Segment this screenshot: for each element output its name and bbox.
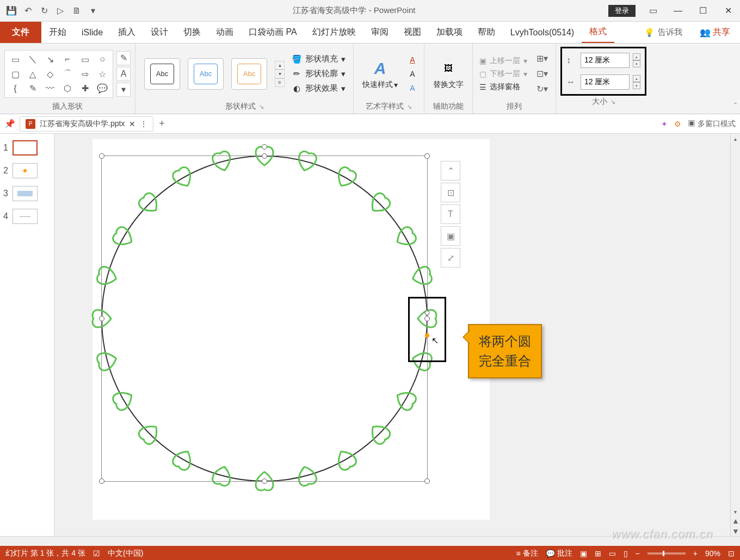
tell-me[interactable]: 💡告诉我 <box>637 22 690 43</box>
launcher-icon[interactable]: ↘ <box>610 98 615 105</box>
width-up-icon[interactable]: ▴ <box>633 75 640 82</box>
sorter-view-icon[interactable]: ⊞ <box>595 549 601 558</box>
launcher-icon[interactable]: ↘ <box>407 103 412 110</box>
tab-lvyh[interactable]: LvyhTools(0514) <box>503 22 582 43</box>
gallery-more-icon[interactable]: ≡ <box>275 78 285 87</box>
group-icon[interactable]: ⊡▾ <box>535 68 549 80</box>
collapse-ribbon-icon[interactable]: ˆ <box>734 102 737 110</box>
start-icon[interactable]: ▷ <box>53 4 67 18</box>
tab-transition[interactable]: 切换 <box>176 22 208 43</box>
shape-freeform-icon[interactable]: ✎ <box>24 82 41 95</box>
multi-window-button[interactable]: ▣ 多窗口模式 <box>688 119 736 129</box>
login-button[interactable]: 登录 <box>608 5 636 17</box>
thumb-2[interactable]: 2 <box>3 163 51 178</box>
width-input[interactable] <box>581 74 630 90</box>
launcher-icon[interactable]: ↘ <box>259 103 264 110</box>
style-gallery[interactable]: Abc Abc Abc <box>140 58 272 90</box>
tab-format[interactable]: 格式 <box>582 22 614 43</box>
rotate-handle[interactable] <box>262 144 267 150</box>
shape-oval-icon[interactable]: ○ <box>94 53 110 66</box>
canvas[interactable]: ⌃ ⊡ T ▣ ⤢ ↖ 将两个圆完全重合 ▴ ▾ ⯅ ⯆ <box>54 134 740 536</box>
shape-outline-button[interactable]: ✏形状轮廓▾ <box>291 69 346 79</box>
selection-pane-button[interactable]: ☰选择窗格 <box>479 82 527 92</box>
shape-rect-icon[interactable]: ▭ <box>77 53 93 66</box>
text-effects-icon[interactable]: A <box>405 82 420 94</box>
qat-more-icon[interactable]: ▾ <box>86 4 100 18</box>
shape-plus-icon[interactable]: ✚ <box>77 82 93 95</box>
tab-slideshow[interactable]: 幻灯片放映 <box>305 22 363 43</box>
minimize-icon[interactable]: — <box>670 3 686 18</box>
thumb-4[interactable]: 4 <box>3 209 51 224</box>
shapes-more-icon[interactable]: ▾ <box>116 83 131 97</box>
shape-arrow-icon[interactable]: ↘ <box>42 53 58 66</box>
bring-forward-button[interactable]: ▣上移一层▾ <box>479 56 527 66</box>
pin-icon[interactable]: 📌 <box>4 119 15 129</box>
spellcheck-icon[interactable]: ☑ <box>93 549 100 558</box>
shape-fill-button[interactable]: 🪣形状填充▾ <box>291 54 346 64</box>
float-center-icon[interactable]: ⊡ <box>441 183 460 202</box>
shape-brace-icon[interactable]: { <box>7 82 23 95</box>
scroll-down-icon[interactable]: ▾ <box>731 507 740 517</box>
undo-icon[interactable]: ↶ <box>21 4 35 18</box>
horizontal-scrollbar[interactable] <box>0 536 740 546</box>
rotate-icon[interactable]: ↻▾ <box>535 83 549 95</box>
gallery-up-icon[interactable]: ▴ <box>275 61 285 70</box>
scroll-up-icon[interactable]: ▴ <box>731 134 740 144</box>
tab-insert[interactable]: 插入 <box>110 22 143 43</box>
language[interactable]: 中文(中国) <box>108 549 143 558</box>
align-icon[interactable]: ⊞▾ <box>535 53 549 65</box>
shape-callout-icon[interactable]: 💬 <box>94 82 110 95</box>
magic-icon[interactable]: ✦ <box>661 120 668 128</box>
shape-diamond-icon[interactable]: ◇ <box>42 67 58 81</box>
tab-help[interactable]: 帮助 <box>470 22 503 43</box>
height-input[interactable] <box>581 53 630 68</box>
normal-view-icon[interactable]: ▣ <box>580 549 587 558</box>
float-layers-icon[interactable]: ▣ <box>441 226 460 246</box>
float-up-icon[interactable]: ⌃ <box>441 161 460 181</box>
redo-icon[interactable]: ↻ <box>37 4 51 18</box>
tab-addin[interactable]: 加载项 <box>429 22 470 43</box>
reading-view-icon[interactable]: ▭ <box>609 549 616 558</box>
style-3[interactable]: Abc <box>231 58 267 90</box>
tab-islide[interactable]: iSlide <box>74 22 110 43</box>
height-down-icon[interactable]: ▾ <box>633 60 640 67</box>
tab-home[interactable]: 开始 <box>41 22 74 43</box>
handle-bl[interactable] <box>99 478 104 484</box>
tab-design[interactable]: 设计 <box>143 22 176 43</box>
text-outline-icon[interactable]: A <box>405 68 420 80</box>
slideshow-view-icon[interactable]: ▯ <box>624 549 628 558</box>
handle-tc[interactable] <box>262 153 267 159</box>
shape-hex-icon[interactable]: ⬡ <box>59 82 76 95</box>
fit-icon[interactable]: ⊡ <box>728 549 735 558</box>
shape-triangle-icon[interactable]: △ <box>24 67 41 81</box>
document-tab[interactable]: P 江苏省海安高级中学.pptx ✕ ⋮ <box>20 116 153 132</box>
new-file-icon[interactable]: 🗎 <box>70 4 84 18</box>
float-expand-icon[interactable]: ⤢ <box>441 248 460 267</box>
handle-tl[interactable] <box>99 153 104 159</box>
vertical-scrollbar[interactable]: ▴ ▾ ⯅ ⯆ <box>730 134 740 536</box>
tab-review[interactable]: 审阅 <box>363 22 396 43</box>
ribbon-opts-icon[interactable]: ▭ <box>645 3 661 18</box>
close-tab-icon[interactable]: ✕ <box>129 120 135 128</box>
shape-roundrect-icon[interactable]: ▢ <box>7 67 23 81</box>
shape-scribble-icon[interactable]: 〰 <box>42 82 58 95</box>
share-button[interactable]: 👥共享 <box>690 22 740 43</box>
selection-box[interactable] <box>101 155 428 482</box>
shape-curve-icon[interactable]: ⌒ <box>59 67 76 81</box>
height-up-icon[interactable]: ▴ <box>633 53 640 60</box>
handle-ml[interactable] <box>99 316 104 321</box>
textbox-icon[interactable]: A <box>116 67 131 81</box>
quick-styles-button[interactable]: A 快速样式▾ <box>358 56 402 92</box>
shape-arrow2-icon[interactable]: ⇨ <box>77 67 93 81</box>
shape-textbox-icon[interactable]: ▭ <box>7 53 23 66</box>
tab-pocket[interactable]: 口袋动画 PA <box>241 22 305 43</box>
tab-animation[interactable]: 动画 <box>208 22 241 43</box>
shape-line-icon[interactable]: ＼ <box>24 53 41 66</box>
tab-menu-icon[interactable]: ⋮ <box>140 120 147 128</box>
alt-text-button[interactable]: 🖼 替换文字 <box>429 56 468 92</box>
gallery-down-icon[interactable]: ▾ <box>275 70 285 78</box>
save-icon[interactable]: 💾 <box>4 4 18 18</box>
shape-effects-button[interactable]: ◐形状效果▾ <box>291 83 346 94</box>
zoom-slider[interactable] <box>648 552 686 555</box>
width-down-icon[interactable]: ▾ <box>633 82 640 89</box>
